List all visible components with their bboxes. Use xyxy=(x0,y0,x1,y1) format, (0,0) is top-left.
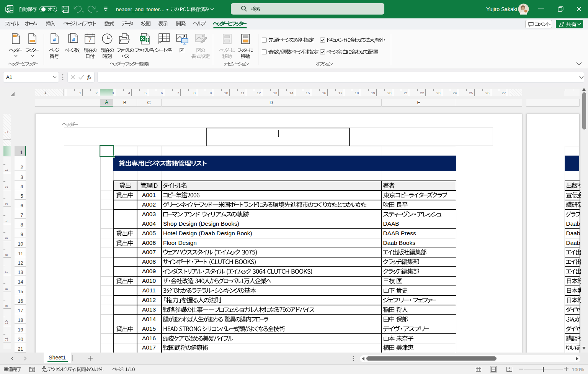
svg-text:#: # xyxy=(53,37,56,43)
svg-text:#: # xyxy=(72,37,75,43)
svg-text:7: 7 xyxy=(88,37,92,43)
